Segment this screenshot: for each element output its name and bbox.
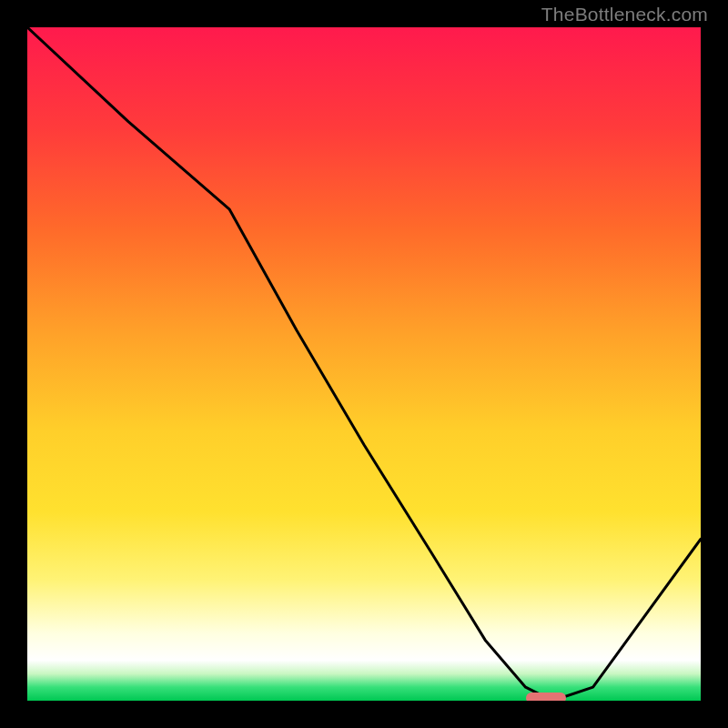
bottleneck-curve <box>27 27 701 701</box>
watermark-text: TheBottleneck.com <box>541 4 708 25</box>
plot-area <box>27 27 701 701</box>
chart-frame: TheBottleneck.com <box>0 0 728 728</box>
optimal-marker <box>526 693 566 701</box>
